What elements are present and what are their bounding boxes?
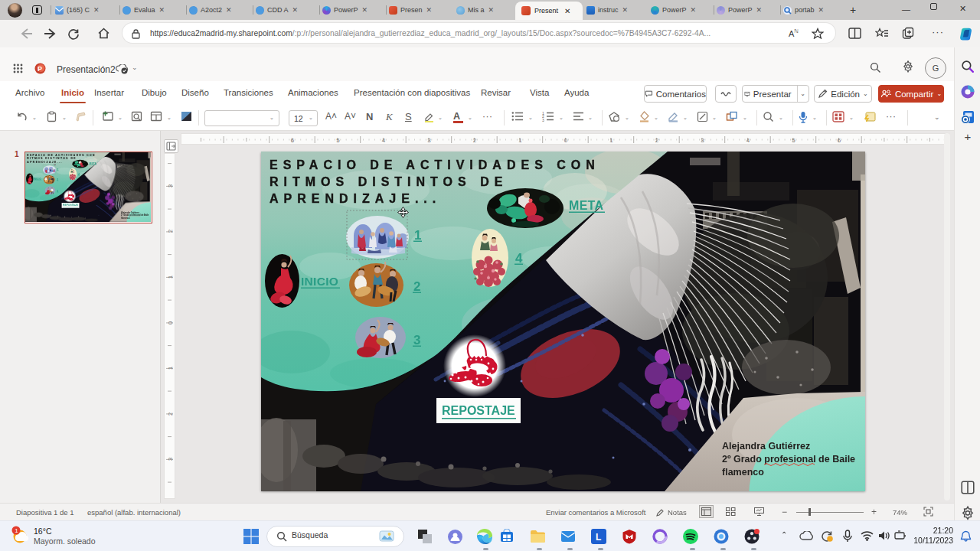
svg-text:6: 6 (291, 137, 295, 144)
svg-text:6: 6 (838, 137, 841, 144)
svg-text:1: 1 (518, 137, 522, 144)
svg-text:3: 3 (167, 457, 174, 461)
svg-text:1: 1 (167, 275, 174, 279)
svg-text:3: 3 (542, 118, 544, 122)
svg-text:5: 5 (336, 137, 340, 144)
svg-text:1: 1 (15, 527, 18, 534)
svg-text:1: 1 (609, 137, 613, 144)
svg-text:4: 4 (746, 137, 750, 144)
svg-text:2: 2 (167, 412, 174, 416)
svg-text:3: 3 (427, 137, 431, 144)
svg-text:4: 4 (382, 137, 386, 144)
svg-text:3: 3 (167, 184, 174, 187)
svg-text:0: 0 (564, 137, 568, 144)
svg-text:2: 2 (167, 229, 174, 233)
svg-text:3: 3 (701, 137, 704, 144)
svg-text:2: 2 (473, 137, 477, 144)
svg-text:0: 0 (167, 321, 174, 324)
svg-text:L: L (596, 532, 601, 543)
svg-text:5: 5 (792, 137, 795, 144)
svg-text:P: P (38, 65, 42, 73)
svg-text:2: 2 (655, 137, 659, 144)
svg-text:1: 1 (167, 366, 174, 370)
